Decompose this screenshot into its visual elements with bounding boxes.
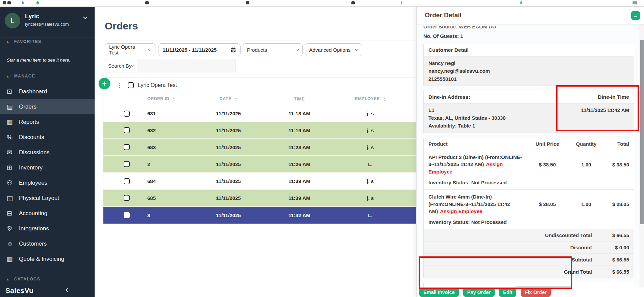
sort-icon[interactable]: ▲▼ [383,97,386,101]
favicon-icon [633,1,637,4]
table-row[interactable]: 685 11/11/2025 11:39 AM j. s [103,190,416,207]
collapse-sidebar-icon[interactable]: ‹ [66,285,68,294]
row-checkbox[interactable] [124,212,130,218]
grand-total-row: Grand Total $ 66.55 [424,266,634,278]
favicon-icon [520,1,522,4]
sidebar-item-dashboard[interactable]: ⊡ Dashboard [0,84,95,99]
table-row[interactable]: 684 11/11/2025 11:39 AM j. s [103,173,416,190]
products-filter-value: Products [247,47,267,53]
location-filter-dropdown[interactable]: Lyric Opera Test [105,43,155,56]
table-group-header: ⋮ Lyric Opera Test [103,77,416,93]
sidebar-item-inventory[interactable]: ⊞ Inventory [0,160,95,175]
panel-header: Order Detail → [417,7,644,24]
discounts-icon: % [7,134,19,141]
products-filter-dropdown[interactable]: Products [243,43,303,56]
column-label: EMPLOYEE [355,96,380,101]
favicon-icon [401,1,402,4]
product-unit-price: $ 38.50 [527,162,568,167]
column-order-id[interactable]: ORDER ID ▲▼ [147,96,191,101]
product-quantity: 1.00 [568,162,605,167]
product-item: API Product 2 (Dine-In) (From:ONLINE-3~1… [424,150,634,190]
avatar: L [5,13,20,28]
sidebar: L Lyric lyrictest@salesvu.com ▴ FAVORITE… [0,7,95,297]
search-input[interactable] [137,59,236,72]
cell-time: 11:23 AM [266,144,333,150]
quote-invoicing-icon: ▥ [7,255,19,263]
inventory-icon: ⊞ [7,164,19,172]
unit-price-column-label: Unit Price [527,141,568,147]
sidebar-item-quote-invoicing[interactable]: ▥ Quote & Invoicing [0,251,95,267]
product-item: Clutch Wire 4mm (Dine-In) (From:ONLINE-3… [424,190,634,229]
discussions-icon: ✉ [7,148,19,156]
row-checkbox[interactable] [124,195,130,201]
customer-detail-card: Customer Detail Nancy negi nancy.negi@sa… [423,44,634,86]
add-order-button[interactable]: + [99,78,110,89]
manage-section-header[interactable]: ▴ MANAGE [7,74,35,78]
close-panel-button[interactable]: → [631,11,640,20]
cell-date: 11/11/2025 [191,111,266,116]
sidebar-item-orders[interactable]: ▤ Orders [0,99,95,114]
pay-order-button[interactable]: Pay Order [463,288,495,297]
sidebar-item-employees[interactable]: ⚇ Employees [0,175,95,190]
advanced-options-dropdown[interactable]: Advanced Options [305,43,362,56]
column-employee[interactable]: EMPLOYEE ▲▼ [333,96,407,101]
sort-icon[interactable]: ▲▼ [235,97,237,101]
fix-order-button[interactable]: Fix Order [521,288,550,297]
table-row-selected[interactable]: 3 11/11/2025 11:42 AM L. [103,207,416,224]
sidebar-item-label: Integrations [19,225,49,232]
user-account-header[interactable]: L Lyric lyrictest@salesvu.com [0,7,95,38]
cell-order-id: 681 [147,111,191,116]
row-checkbox[interactable] [124,127,130,133]
edit-button[interactable]: Edit [499,288,516,297]
favorites-section-header[interactable]: ▴ FAVORITES [7,39,42,44]
panel-scrollbar[interactable] [640,24,644,288]
date-range-picker[interactable]: 11/11/2025 - 11/11/2025 [158,43,241,56]
assign-employee-link[interactable]: Assign Employee [440,208,482,214]
sidebar-item-discounts[interactable]: % Discounts [0,130,95,145]
sidebar-item-accounting[interactable]: ⊟ Accounting [0,206,95,221]
dinein-body: L1 Texas, AL, United States - 30330 Avai… [424,104,634,133]
sidebar-item-discussions[interactable]: ✉ Discussions [0,145,95,160]
customer-phone: 2125550101 [428,75,629,83]
product-name: API Product 2 (Dine-In) (From:ONLINE-3~1… [428,154,527,176]
orders-table-card: ⋮ Lyric Opera Test ORDER ID ▲▼ DATE ▲▼ T… [103,77,416,224]
order-source-clipped: Order Source: WEB ECOM DO [423,26,634,31]
table-row[interactable]: 681 11/11/2025 11:18 AM j. s [103,105,416,122]
row-checkbox[interactable] [124,178,130,184]
cell-employee: L. [333,161,407,167]
favicon-icon [22,1,24,4]
sidebar-item-integrations[interactable]: ⚙ Integrations [0,221,95,236]
sidebar-item-customers[interactable]: ☺ Customers [0,236,95,251]
kebab-menu-icon[interactable]: ⋮ [116,82,122,89]
row-checkbox[interactable] [124,144,130,150]
catalogs-section-header[interactable]: ▴ CATALOGS [7,277,40,281]
scrollbar-thumb[interactable] [640,40,644,224]
sidebar-item-label: Inventory [19,164,43,171]
table-row[interactable]: 683 11/11/2025 11:23 AM j. s [103,139,416,156]
row-checkbox[interactable] [124,161,130,167]
product-column-label: Product [428,141,527,147]
undiscounted-total-row: Undiscounted Total $ 66.55 [424,229,634,242]
total-value: $ 0.00 [592,245,629,250]
row-checkbox[interactable] [124,111,130,117]
sidebar-item-reports[interactable]: ▦ Reports [0,114,95,130]
physical-layout-icon: ◫ [7,194,19,202]
select-all-checkbox[interactable] [128,82,134,88]
manage-label: MANAGE [14,74,35,78]
table-row[interactable]: 682 11/11/2025 11:19 AM j. s [103,122,416,139]
cell-date: 11/11/2025 [191,161,266,167]
chevron-down-icon[interactable] [83,15,88,19]
cell-time: 11:18 AM [266,111,333,116]
panel-title: Order Detail [425,12,462,19]
search-by-dropdown[interactable]: Search By [105,59,137,72]
sort-icon[interactable]: ▲▼ [173,97,175,101]
favicon-icon [7,1,11,4]
favorites-label: FAVORITES [14,39,42,44]
sidebar-item-physical-layout[interactable]: ◫ Physical Layout [0,190,95,206]
column-date[interactable]: DATE ▲▼ [191,96,266,101]
email-invoice-button[interactable]: Email Invoice [419,288,459,297]
user-name: Lyric [25,13,39,20]
total-label: Undiscounted Total [545,232,592,238]
product-unit-price: $ 28.05 [527,201,568,207]
table-row[interactable]: 2 11/11/2025 11:26 AM L. [103,156,416,173]
